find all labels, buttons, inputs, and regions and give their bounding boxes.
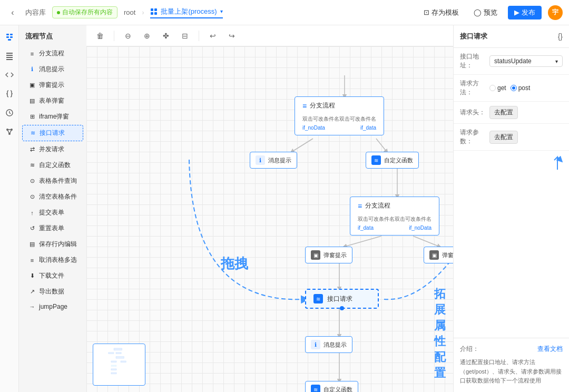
branch2-cond2[interactable]: if_noData [409, 225, 431, 231]
branch1-cond2[interactable]: if_data [360, 125, 376, 131]
message-node-1[interactable]: ℹ 消息提示 [250, 152, 297, 169]
preview-button[interactable]: ◯ 预览 [469, 6, 502, 19]
sidebar-item-row-edit[interactable]: ▤ 保存行内编辑 [22, 237, 83, 252]
headers-config-button[interactable]: 去配置 [489, 106, 518, 119]
form-label-headers: 请求头： [460, 108, 485, 117]
canvas[interactable]: 拖拽 拓展属性配置 ≡ 分支流程 双击可改条件名 双击可改条件名 if_noDa… [86, 46, 453, 392]
sidebar-item-api[interactable]: ≋ 接口请求 [22, 125, 83, 141]
breadcrumb-library[interactable]: 内容库 [25, 8, 46, 17]
breadcrumb: 内容库 [25, 8, 46, 17]
method-get-label: get [497, 84, 506, 92]
sidebar-item-popup[interactable]: ▣ 弹窗提示 [22, 77, 83, 93]
custom-func-node-1-icon: ≋ [371, 155, 381, 165]
sidebar-item-table-query[interactable]: ⊙ 表格条件查询 [22, 173, 83, 189]
process-tab[interactable]: 批量上架(process) ▾ [150, 7, 222, 18]
sidebar-item-jump-page[interactable]: → jumpPage [22, 300, 83, 313]
svg-rect-8 [8, 39, 11, 41]
sidebar-item-multi-select[interactable]: ≡ 取消表格多选 [22, 252, 83, 268]
svg-line-24 [345, 236, 381, 247]
sidebar-item-export[interactable]: ↗ 导出数据 [22, 284, 83, 299]
save-template-button[interactable]: ⊡ 存为模板 [419, 6, 463, 19]
panel-up-arrow [552, 155, 563, 171]
undo-button[interactable]: ↩ [205, 28, 220, 43]
delete-button[interactable]: 🗑 [93, 28, 107, 43]
method-post-option[interactable]: post [511, 84, 531, 92]
clear-filter-icon: ⊙ [28, 193, 36, 201]
message-icon: ℹ [28, 66, 36, 73]
view-docs-link[interactable]: 查看文档 [537, 345, 563, 354]
form-row-method: 请求方法： get post [454, 75, 569, 102]
right-panel-header: 接口请求 {} [454, 25, 569, 48]
method-get-option[interactable]: get [489, 84, 506, 92]
right-panel-code-icon[interactable]: {} [558, 32, 563, 41]
api-icon: ≋ [29, 130, 36, 137]
svg-rect-4 [6, 34, 9, 35]
sidebar-icon-nodes[interactable] [2, 124, 17, 139]
toolbar-sep-2 [199, 31, 199, 41]
sidebar-item-download[interactable]: ⬇ 下载文件 [22, 268, 83, 283]
auto-save-dot [57, 11, 60, 14]
sidebar-icon-code[interactable] [2, 67, 17, 82]
multi-select-icon: ≡ [28, 257, 36, 264]
branch1-cond1[interactable]: if_noData [302, 125, 325, 131]
sidebar-panel: 流程节点 ≡ 分支流程 ℹ 消息提示 ▣ 弹窗提示 ▤ 表单弹窗 ⊞ ifram… [19, 25, 86, 392]
back-button[interactable]: ‹ [6, 6, 19, 19]
sidebar-item-submit-form[interactable]: ↑ 提交表单 [22, 205, 83, 220]
custom-func-node-2[interactable]: ≋ 自定义函数 [305, 381, 358, 392]
popup-node-1[interactable]: ▣ 弹窗提示 [305, 247, 352, 263]
api-node-connector [340, 306, 344, 310]
sidebar-icon-flow[interactable] [2, 30, 17, 44]
sidebar-item-message[interactable]: ℹ 消息提示 [22, 62, 83, 77]
params-config-button[interactable]: 去配置 [489, 131, 518, 144]
form-row-params: 请求参数： 去配置 [454, 124, 569, 151]
sidebar-item-clear-filter[interactable]: ⊙ 清空表格条件 [22, 189, 83, 204]
sidebar-item-async[interactable]: ⇄ 并发请求 [22, 142, 83, 157]
redo-button[interactable]: ↪ [224, 28, 239, 43]
custom-func-icon: ≋ [28, 162, 36, 169]
address-select[interactable]: statusUpdate ▾ [489, 55, 563, 67]
api-request-node[interactable]: ≋ 接口请求 [305, 289, 379, 309]
export-icon: ↗ [28, 288, 36, 296]
popup-node-2[interactable]: ▣ 弹窗提示 [424, 247, 453, 263]
branch-node-2[interactable]: ≡ 分支流程 双击可改条件名 双击可改条件名 if_data if_noData [350, 197, 439, 236]
sidebar-item-reset-form[interactable]: ↺ 重置表单 [22, 221, 83, 236]
intro-text: 通过配置接口地址、请求方法（get/post）、请求头、请求参数调用接口获取数据… [460, 358, 563, 386]
main-layout: 流程节点 ≡ 分支流程 ℹ 消息提示 ▣ 弹窗提示 ▤ 表单弹窗 ⊞ ifram… [0, 25, 569, 392]
reset-form-icon: ↺ [28, 225, 36, 232]
sidebar-icon-table[interactable] [2, 48, 17, 63]
annotation-config: 拓展属性配置 [434, 286, 453, 381]
sidebar-item-iframe[interactable]: ⊞ iframe弹窗 [22, 109, 83, 124]
svg-rect-1 [154, 8, 157, 11]
message-node-2[interactable]: ℹ 消息提示 [305, 336, 352, 353]
avatar[interactable]: 宇 [548, 5, 563, 20]
svg-line-19 [9, 130, 12, 134]
svg-rect-6 [6, 36, 9, 38]
zoom-in-button[interactable]: ⊕ [140, 28, 154, 43]
method-post-radio [511, 85, 517, 91]
sidebar-item-form-popup[interactable]: ▤ 表单弹窗 [22, 93, 83, 109]
top-bar: ‹ 内容库 自动保存所有内容 root › 批量上架(process) ▾ ⊡ … [0, 0, 569, 25]
intro-label: 介绍： [460, 345, 479, 354]
async-icon: ⇄ [28, 146, 36, 153]
branch-node-1[interactable]: ≡ 分支流程 双击可改条件名 双击可改条件名 if_noData if_data [295, 96, 384, 135]
fit-button[interactable]: ✤ [159, 28, 173, 43]
svg-line-25 [413, 236, 439, 247]
sidebar-icon-curly[interactable] [2, 86, 17, 101]
custom-func-node-1[interactable]: ≋ 自定义函数 [366, 152, 419, 169]
branch2-cond1[interactable]: if_data [358, 225, 374, 231]
iframe-icon: ⊞ [28, 113, 36, 121]
publish-button[interactable]: ▶ 发布 [508, 6, 542, 19]
sidebar-item-branch[interactable]: ≡ 分支流程 [22, 46, 83, 61]
layout-button[interactable]: ⊟ [178, 28, 192, 43]
toolbar-sep-1 [114, 31, 114, 41]
svg-rect-0 [151, 8, 153, 11]
auto-save-badge: 自动保存所有内容 [52, 6, 117, 18]
popup-node-1-icon: ▣ [311, 250, 320, 260]
sidebar-item-custom-func[interactable]: ≋ 自定义函数 [22, 158, 83, 173]
svg-line-22 [376, 139, 387, 152]
zoom-out-button[interactable]: ⊖ [121, 28, 135, 43]
jump-page-icon: → [28, 303, 36, 310]
panel-spacer [454, 175, 569, 338]
sidebar-icon-history[interactable] [2, 105, 17, 120]
svg-rect-10 [6, 55, 13, 56]
